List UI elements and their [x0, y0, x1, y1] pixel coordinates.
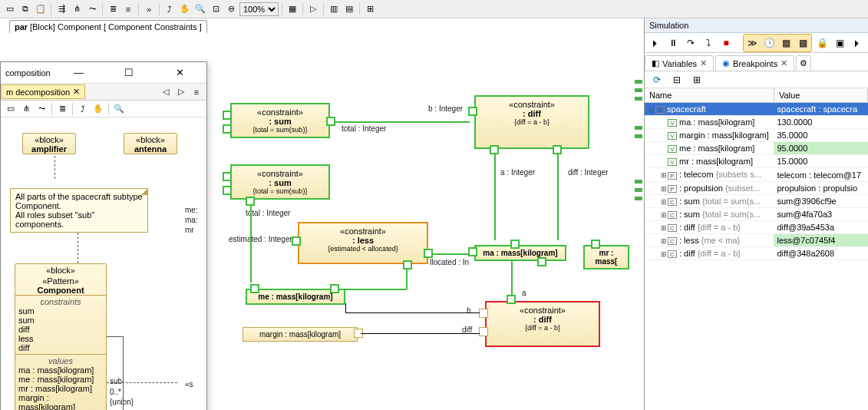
tool-graph-icon[interactable]: ⋔ [70, 2, 84, 16]
sim-cfg1-icon[interactable]: ▦ [778, 35, 794, 51]
tool-select-icon[interactable]: ▭ [3, 2, 17, 16]
constraint-sum-2[interactable]: «constraint» : sum {total = sum(sub)} [230, 164, 330, 200]
constraint-less[interactable]: «constraint» : less {estimated < allocat… [298, 222, 428, 264]
tool-zoom-fit-icon[interactable]: ⊡ [209, 2, 223, 16]
port-icon[interactable] [326, 117, 335, 126]
table-row[interactable]: ⊞P: telecom {subsets s...telecom : telec… [645, 168, 868, 181]
minimize-icon[interactable]: — [57, 65, 101, 81]
nav-fwd-icon[interactable]: ▷ [174, 85, 188, 99]
part-mr[interactable]: mr : mass[ [583, 245, 629, 269]
table-row[interactable]: ⊞C: diff {diff = a - b}diff@348a2608 [645, 247, 868, 260]
window-titlebar[interactable]: composition — ☐ ✕ [1, 62, 206, 84]
sim-step-over-icon[interactable]: ↷ [683, 35, 698, 51]
maximize-icon[interactable]: ☐ [107, 65, 151, 81]
nav-back-icon[interactable]: ◁ [159, 85, 173, 99]
tool-export-icon[interactable]: ⤴ [163, 2, 177, 16]
sim-stop-icon[interactable]: ■ [718, 35, 734, 51]
sim-step-into-icon[interactable]: ⤵ [701, 35, 716, 51]
port-icon[interactable] [468, 247, 477, 256]
tool-tree-icon[interactable]: ⇶ [54, 2, 68, 16]
sim-more-icon[interactable]: ⏵ [850, 35, 865, 51]
port-icon[interactable] [223, 111, 232, 120]
port-icon[interactable] [424, 249, 433, 258]
tool-zoom-in-icon[interactable]: 🔍 [193, 2, 207, 16]
tool-zoom-out-icon[interactable]: ⊖ [224, 2, 238, 16]
port-icon[interactable] [553, 145, 562, 154]
port-icon[interactable] [510, 240, 520, 249]
constraint-sum-1[interactable]: «constraint» : sum {total = sum(sub)} [230, 103, 330, 138]
tool-arrow-right-icon[interactable]: » [142, 2, 156, 16]
comment-note[interactable]: All parts of the spacecraft subtype Comp… [10, 188, 148, 233]
table-row[interactable]: ⊟Sspacecraftspacecraft : spacecra [645, 103, 868, 116]
table-row[interactable]: ⊞C: less {me < ma}less@7c0745f4 [645, 233, 868, 246]
tool-select-icon[interactable]: ▭ [4, 102, 18, 116]
table-row[interactable]: Vmargin : mass[kilogram]35.0000 [645, 129, 868, 142]
tool-align-center-icon[interactable]: ≡ [121, 2, 135, 16]
tool-paste-icon[interactable]: 📋 [34, 2, 48, 16]
tool-hand-icon[interactable]: ✋ [91, 102, 105, 116]
tab-more[interactable]: ⚙ [796, 55, 811, 71]
sim-resume-icon[interactable]: ⏵ [648, 35, 663, 51]
sim-terminal-icon[interactable]: ≫ [744, 35, 760, 51]
tool-grid2-icon[interactable]: ▤ [342, 2, 356, 16]
tool-layout-icon[interactable]: ▦ [285, 2, 299, 16]
diagram-frame-tab[interactable]: par [Block] Component [ Component Constr… [9, 20, 207, 33]
tool-align-left-icon[interactable]: ≣ [106, 2, 120, 16]
table-row[interactable]: ⊞P: propulsion {subset...propulsion : pr… [645, 181, 868, 194]
tree-expander-icon[interactable]: ⊞ [660, 250, 668, 258]
block-amplifier[interactable]: «block» amplifier [22, 133, 76, 154]
collapse-icon[interactable]: ⊟ [669, 72, 685, 88]
tool-compartment-icon[interactable]: ⊞ [363, 2, 377, 16]
port-icon[interactable] [330, 284, 339, 293]
tool-play-icon[interactable]: ▷ [306, 2, 320, 16]
tab-close-icon[interactable]: ✕ [781, 58, 787, 68]
port-icon[interactable] [591, 240, 600, 249]
column-value[interactable]: Value [774, 88, 867, 103]
refresh-icon[interactable]: ⟳ [649, 72, 665, 88]
constraint-diff-2[interactable]: «constraint» : diff {diff = a - b} [485, 301, 600, 347]
tab-close-icon[interactable]: ✕ [73, 87, 80, 97]
port-icon[interactable] [223, 124, 232, 134]
port-icon[interactable] [537, 257, 546, 266]
tree-expander-icon[interactable]: ⊞ [660, 211, 668, 219]
block-component[interactable]: «block» «Pattern» Component constraints … [15, 263, 107, 410]
tool-zoom-icon[interactable]: 🔍 [112, 102, 126, 116]
table-row[interactable]: Vmr : mass[kilogram]15.0000 [645, 155, 868, 168]
sim-time-icon[interactable]: 🕓 [761, 35, 777, 51]
sim-pause-icon[interactable]: ⏸ [665, 35, 681, 51]
port-icon[interactable] [223, 186, 232, 195]
tool-tree-icon[interactable]: ⋔ [19, 102, 33, 116]
column-name[interactable]: Name [645, 88, 774, 103]
tool-a-icon[interactable]: ≣ [55, 102, 69, 116]
tree-expander-icon[interactable]: ⊞ [660, 185, 668, 193]
decomp-canvas[interactable]: «block» amplifier «block» antenna All pa… [1, 117, 206, 410]
port-icon[interactable] [246, 197, 255, 206]
part-ma[interactable]: ma : mass[kilogram] [474, 245, 566, 261]
tool-grid1-icon[interactable]: ▥ [327, 2, 341, 16]
sim-window-icon[interactable]: ▣ [832, 35, 847, 51]
tool-export-icon[interactable]: ⤴ [76, 102, 90, 116]
tool-copy-icon[interactable]: ⧉ [18, 2, 32, 16]
port-icon[interactable] [292, 236, 301, 246]
sim-cfg2-icon[interactable]: ▩ [795, 35, 810, 51]
port-icon[interactable] [223, 172, 232, 181]
table-row[interactable]: ⊞C: sum {total = sum(s...sum@3906cf9e [645, 194, 868, 207]
nav-menu-icon[interactable]: ≡ [190, 85, 203, 99]
tool-hand-icon[interactable]: ✋ [178, 2, 192, 16]
tab-decomposition[interactable]: m decomposition ✕ [1, 84, 85, 99]
close-icon[interactable]: ✕ [157, 65, 202, 81]
zoom-select[interactable]: 100% [239, 2, 279, 16]
tab-variables[interactable]: ◧ Variables ✕ [645, 55, 714, 71]
port-icon[interactable] [468, 107, 477, 116]
table-row[interactable]: ⊞C: diff {diff = a - b}diff@39a5453a [645, 220, 868, 233]
block-antenna[interactable]: «block» antenna [124, 133, 177, 154]
tool-link-icon[interactable]: ⤳ [35, 102, 48, 116]
table-row[interactable]: Vma : mass[kilogram]130.0000 [645, 116, 868, 129]
port-icon[interactable] [250, 284, 259, 293]
sim-lock-icon[interactable]: 🔒 [814, 35, 830, 51]
tree-expander-icon[interactable]: ⊞ [660, 198, 668, 206]
tree-expander-icon[interactable]: ⊞ [660, 237, 668, 245]
part-margin[interactable]: margin : mass[kilogram] [243, 327, 358, 342]
tab-close-icon[interactable]: ✕ [700, 58, 707, 68]
tab-breakpoints[interactable]: ◉ Breakpoints ✕ [715, 55, 794, 71]
